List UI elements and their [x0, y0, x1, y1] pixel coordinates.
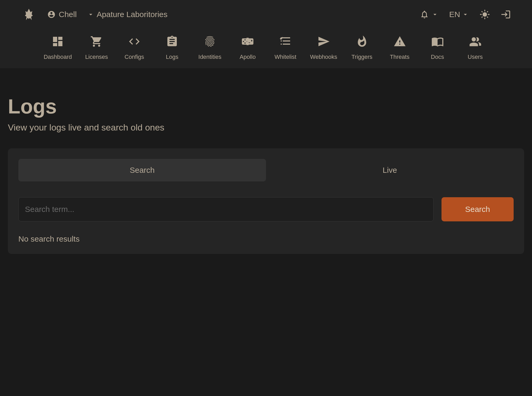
- nav-item-logs[interactable]: Logs: [159, 34, 185, 60]
- search-button[interactable]: Search: [441, 197, 514, 221]
- language-selector[interactable]: EN: [449, 10, 469, 19]
- chevron-down-icon: [462, 11, 469, 18]
- nav-item-users[interactable]: Users: [462, 34, 488, 60]
- nav-item-docs[interactable]: Docs: [424, 34, 451, 60]
- sun-icon: [480, 9, 490, 20]
- nav-label: Triggers: [352, 54, 373, 60]
- code-icon: [127, 34, 142, 49]
- book-icon: [430, 34, 445, 49]
- nav-label: Apollo: [240, 54, 256, 60]
- nav-label: Users: [468, 54, 483, 60]
- search-input[interactable]: [18, 197, 434, 221]
- language-label: EN: [449, 10, 460, 19]
- nav-item-apollo[interactable]: Apollo: [235, 34, 261, 60]
- nav-label: Configs: [125, 54, 144, 60]
- page-subtitle: View your logs live and search old ones: [8, 122, 524, 133]
- send-icon: [316, 34, 331, 49]
- nav-item-identities[interactable]: Identities: [197, 34, 223, 60]
- users-icon: [468, 34, 483, 49]
- tab-live[interactable]: Live: [266, 159, 514, 181]
- checklist-icon: [278, 34, 293, 49]
- nav-label: Identities: [198, 54, 221, 60]
- nav-label: Whitelist: [274, 54, 296, 60]
- nav-item-configs[interactable]: Configs: [121, 34, 147, 60]
- nav-item-webhooks[interactable]: Webhooks: [310, 34, 337, 60]
- user-name-label: Chell: [59, 10, 77, 19]
- user-circle-icon: [47, 10, 56, 19]
- nav-label: Docs: [431, 54, 444, 60]
- fingerprint-icon: [203, 34, 217, 49]
- top-header: Chell Apature Laboritories EN: [0, 0, 532, 29]
- dashboard-icon: [50, 34, 65, 49]
- logout-button[interactable]: [501, 9, 511, 20]
- org-selector[interactable]: Apature Laboritories: [87, 10, 167, 19]
- theme-toggle[interactable]: [480, 9, 490, 20]
- logs-card: Search Live Search No search results: [8, 148, 524, 254]
- org-name-label: Apature Laboritories: [97, 10, 167, 19]
- warning-icon: [392, 34, 407, 49]
- nav-item-licenses[interactable]: Licenses: [83, 34, 110, 60]
- nav-label: Webhooks: [310, 54, 337, 60]
- page-title: Logs: [8, 95, 524, 118]
- notifications-menu[interactable]: [420, 10, 439, 19]
- header-right: EN: [420, 9, 511, 20]
- nav-label: Threats: [390, 54, 409, 60]
- logo[interactable]: [21, 7, 37, 22]
- nav-bar: Dashboard Licenses Configs Logs Identiti…: [0, 29, 532, 68]
- logout-icon: [501, 9, 511, 20]
- logs-tabs: Search Live: [18, 159, 514, 181]
- tab-search[interactable]: Search: [18, 159, 266, 181]
- nav-label: Dashboard: [44, 54, 72, 60]
- nav-label: Logs: [166, 54, 178, 60]
- search-row: Search: [18, 197, 514, 221]
- nav-item-whitelist[interactable]: Whitelist: [272, 34, 299, 60]
- nav-label: Licenses: [85, 54, 108, 60]
- nav-item-triggers[interactable]: Triggers: [349, 34, 375, 60]
- cart-icon: [89, 34, 104, 49]
- gamepad-icon: [240, 34, 255, 49]
- user-menu[interactable]: Chell: [47, 10, 77, 19]
- chevron-down-icon: [87, 11, 94, 18]
- nav-item-dashboard[interactable]: Dashboard: [44, 34, 72, 60]
- clipboard-icon: [165, 34, 179, 49]
- fire-icon: [355, 34, 369, 49]
- no-results-text: No search results: [18, 235, 514, 243]
- bell-icon: [420, 10, 429, 19]
- main-content: Logs View your logs live and search old …: [0, 68, 532, 254]
- nav-item-threats[interactable]: Threats: [387, 34, 413, 60]
- chevron-down-icon: [431, 11, 439, 18]
